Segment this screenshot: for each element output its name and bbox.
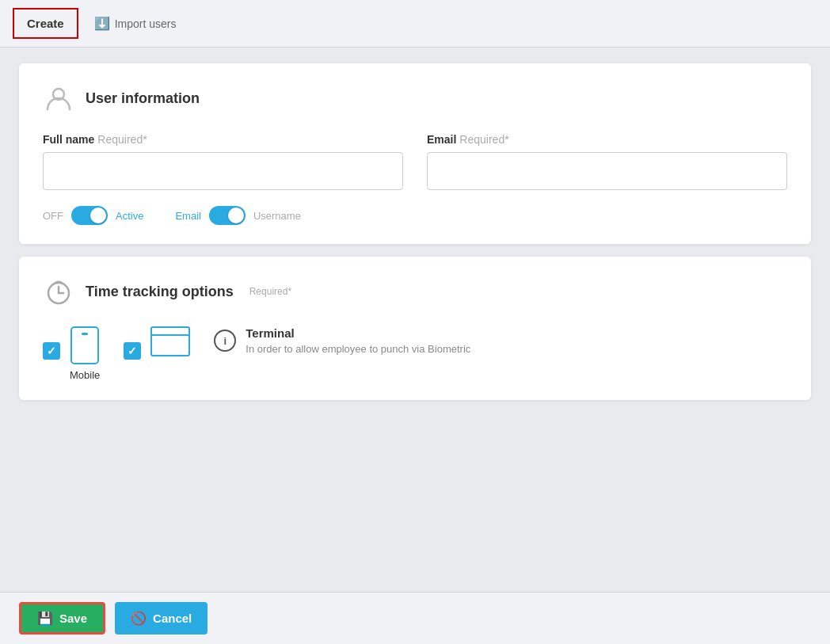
tab-create-label: Create xyxy=(27,17,64,30)
cancel-button[interactable]: 🚫 Cancel xyxy=(115,602,208,634)
terminal-title: Terminal xyxy=(246,326,470,340)
save-icon: 💾 xyxy=(37,611,53,626)
page-wrapper: Create ⬇️ Import users User information xyxy=(0,0,830,644)
full-name-group: Full nameRequired* xyxy=(43,133,403,190)
cancel-icon: 🚫 xyxy=(131,611,147,626)
import-icon: ⬇️ xyxy=(94,16,110,31)
mobile-device-icon xyxy=(70,326,99,364)
mobile-label: Mobile xyxy=(70,369,100,381)
full-name-input[interactable] xyxy=(43,152,403,190)
email-input[interactable] xyxy=(427,152,787,190)
browser-icon-label xyxy=(150,326,190,356)
user-info-header: User information xyxy=(43,82,787,114)
tab-import[interactable]: ⬇️ Import users xyxy=(78,0,192,47)
main-content: User information Full nameRequired* Emai… xyxy=(0,48,830,592)
login-type-toggle-group: Email Username xyxy=(175,206,300,225)
active-label: Active xyxy=(116,210,143,222)
terminal-section: i Terminal In order to allow employee to… xyxy=(214,326,787,355)
email-toggle-label: Email xyxy=(175,210,201,222)
time-tracking-required: Required* xyxy=(249,286,291,297)
active-toggle-group: OFF Active xyxy=(43,206,143,225)
tab-bar: Create ⬇️ Import users xyxy=(0,0,830,48)
login-type-toggle[interactable] xyxy=(209,206,246,225)
action-bar: 💾 Save 🚫 Cancel xyxy=(0,592,830,644)
info-icon: i xyxy=(214,330,236,352)
toggle-off-label: OFF xyxy=(43,210,63,222)
save-label: Save xyxy=(59,612,87,625)
browser-device-icon xyxy=(150,326,190,356)
time-tracking-card: Time tracking options Required* Mobile xyxy=(19,257,811,400)
mobile-icon-label: Mobile xyxy=(70,326,100,381)
clock-icon xyxy=(43,276,74,307)
mobile-option: Mobile xyxy=(43,326,100,381)
browser-checkbox[interactable] xyxy=(124,342,141,360)
tab-create[interactable]: Create xyxy=(13,8,78,39)
email-group: EmailRequired* xyxy=(427,133,787,190)
user-info-title: User information xyxy=(86,90,200,107)
terminal-desc: In order to allow employee to punch via … xyxy=(246,343,470,355)
time-tracking-title: Time tracking options xyxy=(86,284,234,300)
active-toggle[interactable] xyxy=(71,206,108,225)
form-row-names: Full nameRequired* EmailRequired* xyxy=(43,133,787,190)
email-label: EmailRequired* xyxy=(427,133,787,146)
full-name-label: Full nameRequired* xyxy=(43,133,403,146)
user-info-card: User information Full nameRequired* Emai… xyxy=(19,63,811,244)
toggle-knob xyxy=(90,208,106,223)
time-tracking-header: Time tracking options Required* xyxy=(43,276,787,307)
user-icon xyxy=(43,82,74,114)
save-button[interactable]: 💾 Save xyxy=(19,602,105,634)
browser-option xyxy=(124,326,190,360)
mobile-checkbox[interactable] xyxy=(43,342,60,360)
terminal-text: Terminal In order to allow employee to p… xyxy=(246,326,470,355)
login-toggle-knob xyxy=(228,208,244,223)
toggle-row: OFF Active Email Username xyxy=(43,206,787,225)
username-toggle-label: Username xyxy=(253,210,301,222)
cancel-label: Cancel xyxy=(153,612,192,625)
time-tracking-content: Mobile i Terminal In order to allow empl… xyxy=(43,326,787,381)
tab-import-label: Import users xyxy=(115,17,177,30)
